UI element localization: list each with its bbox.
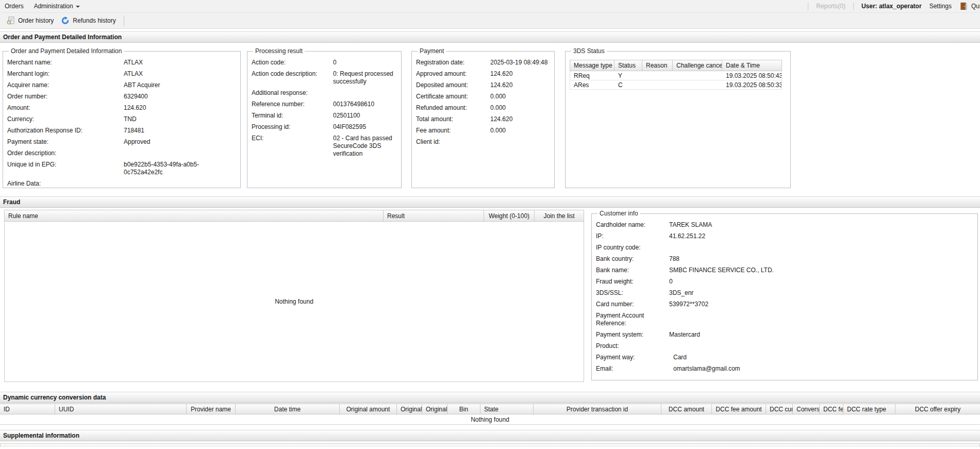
col-header-state[interactable]: State xyxy=(480,404,534,414)
field-value: Card xyxy=(669,354,973,361)
field-value: 124.620 xyxy=(490,115,550,123)
field-row: Refunded amount:0.000 xyxy=(416,104,550,112)
col-header-join-the-list[interactable]: Join the list xyxy=(535,210,584,221)
col-header-dcc-fee-amount[interactable]: DCC fee amount xyxy=(712,404,766,414)
field-row: Amount:124.620 xyxy=(7,104,236,112)
col-header-weight[interactable]: Weight (0-100) xyxy=(484,210,535,221)
col-header-date-time[interactable]: Date & Time xyxy=(722,60,782,71)
field-label: Authorization Response ID: xyxy=(7,127,124,135)
field-value: 0 xyxy=(669,278,973,286)
col-header-dcc-currency[interactable]: DCC curr xyxy=(766,404,793,414)
col-header-dcc-fee[interactable]: DCC fee xyxy=(820,404,843,414)
field-value: Approved xyxy=(124,138,236,146)
field-row: Merchant name:ATLAX xyxy=(7,59,236,66)
menu-item-administration[interactable]: Administration xyxy=(34,3,80,10)
field-label: Acquirer name: xyxy=(7,81,124,89)
col-header-original-amount[interactable]: Original amount xyxy=(340,404,397,414)
field-row: Payment way:Card xyxy=(596,354,973,361)
col-header-dcc-amount[interactable]: DCC amount xyxy=(661,404,712,414)
order-history-button[interactable]: Order history xyxy=(3,15,57,26)
col-header-dcc-offer-expiry[interactable]: DCC offer expiry xyxy=(895,404,980,414)
field-value: ABT Acquirer xyxy=(124,81,236,89)
menubar: Orders Administration Reports(0) User: a… xyxy=(0,0,980,13)
menu-item-orders[interactable]: Orders xyxy=(5,3,24,10)
field-label: 3DS/SSL: xyxy=(596,289,669,297)
quit-button[interactable]: Quit xyxy=(959,2,980,10)
field-value: omartslama@gmail.com xyxy=(669,365,973,373)
field-label: Certificate amount: xyxy=(416,93,490,101)
tds-table-row[interactable]: RReq Y 19.03.2025 08:50:43 xyxy=(570,71,782,80)
fraud-table: Rule name Result Weight (0-100) Join the… xyxy=(4,210,584,382)
field-label: Total amount: xyxy=(416,115,490,123)
field-value: ATLAX xyxy=(124,59,236,66)
reports-button[interactable]: Reports(0) xyxy=(816,3,845,10)
cell-message-type: ARes xyxy=(570,81,614,89)
col-header-message-type[interactable]: Message type xyxy=(570,60,614,71)
col-header-conversion-rate[interactable]: Conversi xyxy=(793,404,820,414)
col-header-provider-name[interactable]: Provider name xyxy=(187,404,236,414)
field-row: Authorization Response ID:718481 xyxy=(7,127,236,135)
field-label: Cardholder name: xyxy=(596,221,669,229)
field-label: Card number: xyxy=(596,301,669,308)
field-value: 0.000 xyxy=(490,93,550,101)
field-row: Airline Data: xyxy=(7,180,236,188)
col-header-dcc-rate-type[interactable]: DCC rate type xyxy=(843,404,895,414)
supplemental-section-title: Supplemental information xyxy=(0,430,980,441)
order-history-label: Order history xyxy=(18,17,54,24)
fraud-section: Rule name Result Weight (0-100) Join the… xyxy=(0,208,980,382)
field-value: 6329400 xyxy=(124,93,236,101)
col-header-original-fee[interactable]: Original f xyxy=(397,404,422,414)
field-value: 788 xyxy=(669,255,973,263)
field-row: Reference number:001376498610 xyxy=(252,101,397,108)
field-value: 2025-03-19 08:49:48 xyxy=(490,59,550,66)
field-row: Payment state:Approved xyxy=(7,138,236,146)
settings-button[interactable]: Settings xyxy=(929,3,952,10)
field-value: 124.620 xyxy=(124,104,236,112)
col-header-challenge-cancel[interactable]: Challenge cancel xyxy=(673,60,722,71)
field-label: Order description: xyxy=(7,149,124,157)
col-header-original-currency[interactable]: Original ( xyxy=(422,404,447,414)
col-header-date-time[interactable]: Date time xyxy=(236,404,340,414)
field-row: ECI:02 - Card has passed SecureCode 3DS … xyxy=(252,135,397,158)
field-row: Acquirer name:ABT Acquirer xyxy=(7,81,236,89)
tds-table-header: Message type Status Reason Challenge can… xyxy=(570,60,782,71)
tds-table-row[interactable]: ARes C 19.03.2025 08:50:33 xyxy=(570,80,782,90)
col-header-provider-transaction-id[interactable]: Provider transaction id xyxy=(534,404,661,414)
field-label: Order number: xyxy=(7,93,124,101)
col-header-reason[interactable]: Reason xyxy=(642,60,673,71)
col-header-id[interactable]: ID xyxy=(0,404,55,414)
field-label: Merchant login: xyxy=(7,70,124,78)
detail-fieldsets: Order and Payment Detailed Information M… xyxy=(0,43,980,188)
field-value xyxy=(669,244,973,252)
menu-right: Reports(0) User: atlax_operator Settings… xyxy=(808,2,980,10)
col-header-rule-name[interactable]: Rule name xyxy=(5,210,384,221)
dcc-table: ID UUID Provider name Date time Original… xyxy=(0,404,980,425)
dcc-table-header: ID UUID Provider name Date time Original… xyxy=(0,404,980,414)
field-value: 0.000 xyxy=(490,104,550,112)
field-value: 02501100 xyxy=(333,112,397,120)
menu-separator xyxy=(808,3,808,10)
field-value xyxy=(124,149,236,157)
dcc-section-title: Dynamic currency conversion data xyxy=(0,392,980,403)
col-header-status[interactable]: Status xyxy=(614,60,642,71)
field-row: Registration date:2025-03-19 08:49:48 xyxy=(416,59,550,66)
field-value xyxy=(490,138,550,146)
col-header-result[interactable]: Result xyxy=(384,210,484,221)
order-info-legend: Order and Payment Detailed Information xyxy=(9,47,124,55)
exit-door-icon xyxy=(959,2,968,10)
refunds-history-button[interactable]: Refunds history xyxy=(57,15,119,26)
processing-result-fieldset: Processing result Action code:0 Action c… xyxy=(247,47,402,188)
customer-info-legend: Customer info xyxy=(597,210,640,217)
field-value: 04IF082595 xyxy=(333,123,397,131)
col-header-uuid[interactable]: UUID xyxy=(55,404,187,414)
field-row: Merchant login:ATLAX xyxy=(7,70,236,78)
processing-result-legend: Processing result xyxy=(253,47,305,55)
field-row: Payment system:Mastercard xyxy=(596,331,973,339)
field-value: TND xyxy=(124,115,236,123)
field-label: Email: xyxy=(596,365,669,373)
field-label: IP country code: xyxy=(596,244,669,252)
payment-legend: Payment xyxy=(418,47,446,55)
field-value: 0.000 xyxy=(490,127,550,135)
field-row: Card number:539972**3702 xyxy=(596,301,973,308)
col-header-bin[interactable]: Bin xyxy=(447,404,480,414)
